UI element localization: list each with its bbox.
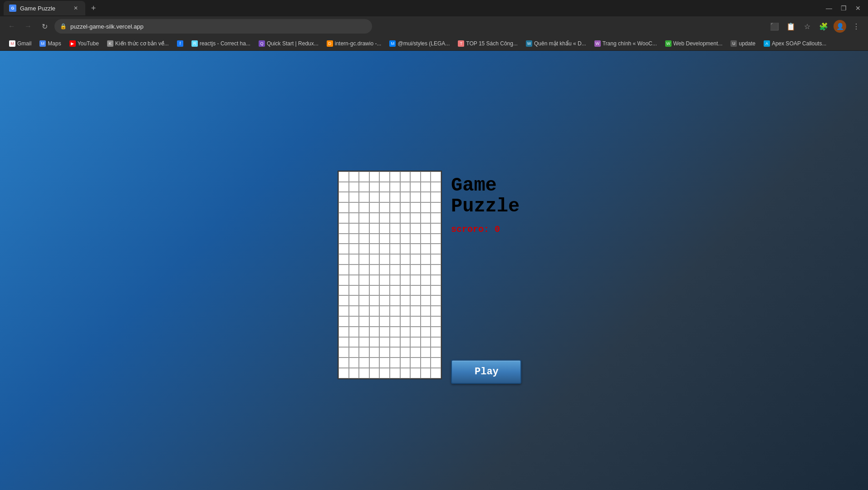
grid-cell	[369, 254, 380, 265]
window-minimize-button[interactable]: —	[823, 2, 835, 15]
play-button[interactable]: Play	[451, 360, 521, 384]
grid-cell	[338, 265, 349, 275]
bookmark-favicon-kien-thuc: K	[107, 40, 113, 47]
settings-button[interactable]: ⋮	[850, 20, 863, 33]
grid-cell	[410, 337, 421, 348]
tab-title: Game Puzzle	[20, 5, 68, 12]
grid-cell	[379, 306, 390, 316]
grid-cell	[421, 368, 431, 378]
grid-cell	[410, 202, 421, 213]
grid-cell	[369, 316, 380, 327]
grid-cell	[390, 275, 400, 285]
grid-cell	[410, 368, 421, 378]
window-restore-button[interactable]: ❐	[837, 2, 850, 15]
bookmark-gmail[interactable]: M Gmail	[5, 38, 35, 49]
grid-cell	[359, 182, 369, 192]
grid-cell	[410, 285, 421, 296]
score-display: scroro: 0	[451, 224, 500, 235]
bookmark-favicon-youtube: ▶	[69, 40, 76, 47]
bookmark-reactjs[interactable]: R reactjs - Correct ha...	[188, 38, 254, 49]
game-title-line1: Game	[451, 175, 497, 196]
grid-cell	[400, 358, 411, 368]
bookmark-label-reactjs: reactjs - Correct ha...	[200, 40, 250, 47]
grid-cell	[369, 244, 380, 254]
bookmark-apex[interactable]: A Apex SOAP Callouts...	[760, 38, 830, 49]
score-label: scroro:	[451, 224, 489, 235]
grid-cell	[349, 358, 359, 368]
grid-cell	[431, 234, 441, 244]
grid-cell	[379, 295, 390, 306]
bookmark-youtube[interactable]: ▶ YouTube	[66, 38, 103, 49]
bookmark-web-dev[interactable]: W Web Development...	[662, 38, 726, 49]
grid-cell	[359, 327, 369, 337]
grid-cell	[400, 192, 411, 202]
grid-cell	[400, 234, 411, 244]
grid-cell	[359, 275, 369, 285]
game-grid	[338, 171, 442, 379]
address-input[interactable]: 🔒 puzzel-game-silk.vercel.app	[54, 19, 372, 34]
grid-cell	[338, 368, 349, 378]
screenshot-button[interactable]: 📋	[785, 20, 797, 33]
bookmark-kien-thuc[interactable]: K Kiến thức cơ bản về...	[103, 38, 172, 49]
bookmark-maps[interactable]: M Maps	[36, 38, 64, 49]
grid-cell	[338, 358, 349, 368]
grid-cell	[431, 244, 441, 254]
bookmark-button[interactable]: ☆	[801, 20, 814, 33]
grid-cell	[338, 213, 349, 223]
grid-cell	[349, 316, 359, 327]
grid-cell	[359, 192, 369, 202]
bookmark-trang-chinh[interactable]: W Trang chính « WooC...	[591, 38, 661, 49]
grid-cell	[431, 172, 441, 182]
grid-cell	[431, 254, 441, 265]
grid-cell	[379, 358, 390, 368]
grid-cell	[349, 327, 359, 337]
grid-cell	[390, 213, 400, 223]
grid-cell	[421, 275, 431, 285]
grid-cell	[349, 285, 359, 296]
tab-bar: G Game Puzzle ✕ + — ❐ ✕	[0, 0, 868, 16]
profile-avatar[interactable]: 👤	[834, 20, 846, 33]
reload-button[interactable]: ↻	[38, 20, 51, 33]
active-tab[interactable]: G Game Puzzle ✕	[4, 1, 85, 15]
window-close-button[interactable]: ✕	[852, 2, 864, 15]
bookmark-facebook[interactable]: f	[173, 38, 187, 49]
bookmark-label-update: update	[739, 40, 755, 47]
grid-cell	[400, 295, 411, 306]
extensions-button[interactable]: 🧩	[817, 20, 830, 33]
grid-cell	[390, 337, 400, 348]
grid-cell	[359, 295, 369, 306]
grid-cell	[369, 182, 380, 192]
grid-cell	[349, 306, 359, 316]
grid-cell	[421, 265, 431, 275]
grid-cell	[369, 275, 380, 285]
bookmark-favicon-reactjs: R	[191, 40, 198, 47]
grid-cell	[400, 202, 411, 213]
tab-close-button[interactable]: ✕	[72, 4, 80, 12]
bookmark-quen[interactable]: W Quên mật khẩu « D...	[522, 38, 590, 49]
grid-cell	[338, 327, 349, 337]
grid-cell	[359, 316, 369, 327]
bookmark-intern-gc[interactable]: D intern-gc.drawio -...	[323, 38, 385, 49]
grid-cell	[349, 234, 359, 244]
grid-cell	[349, 182, 359, 192]
grid-cell	[369, 306, 380, 316]
bookmark-mui[interactable]: M @mui/styles (LEGA...	[386, 38, 453, 49]
bookmark-top15[interactable]: T TOP 15 Sách Công...	[454, 38, 521, 49]
forward-button[interactable]: →	[22, 20, 34, 33]
grid-cell	[421, 234, 431, 244]
grid-cell	[390, 265, 400, 275]
grid-cell	[400, 213, 411, 223]
new-tab-button[interactable]: +	[87, 2, 100, 15]
grid-cell	[410, 316, 421, 327]
grid-cell	[421, 327, 431, 337]
bookmark-update[interactable]: U update	[727, 38, 759, 49]
cast-button[interactable]: ⬛	[768, 20, 781, 33]
bookmark-quickstart[interactable]: Q Quick Start | Redux...	[255, 38, 322, 49]
bookmark-favicon-top15: T	[458, 40, 464, 47]
grid-cell	[400, 172, 411, 182]
grid-cell	[410, 223, 421, 234]
grid-cell	[410, 234, 421, 244]
grid-cell	[338, 172, 349, 182]
grid-cell	[369, 172, 380, 182]
back-button[interactable]: ←	[5, 20, 18, 33]
